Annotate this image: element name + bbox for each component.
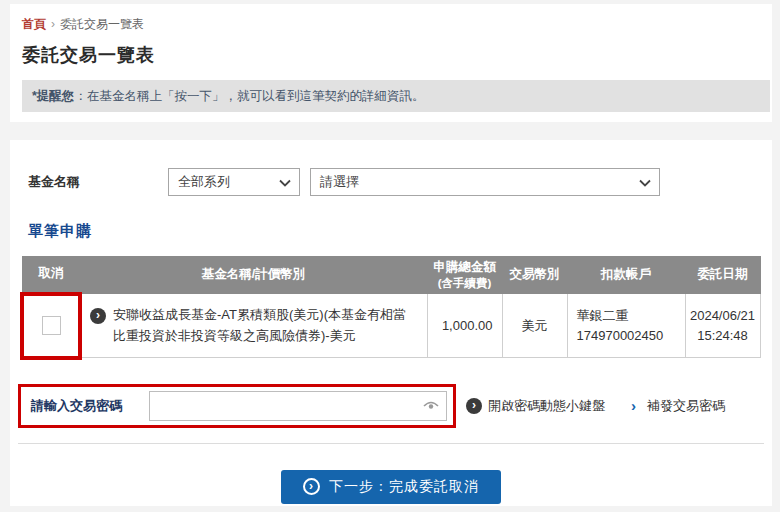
reissue-password-label: 補發交易密碼 [647, 397, 725, 415]
fund-select-value: 請選擇 [320, 173, 359, 191]
cancel-cell-highlighted [22, 294, 80, 358]
arrow-right-icon: › [90, 308, 106, 324]
table-header-row: 取消 基金名稱/計價幣別 申購總金額(含手續費) 交易幣別 扣款帳戶 委託日期 [22, 257, 760, 294]
header-amount: 申購總金額(含手續費) [427, 257, 502, 294]
content-panel: 基金名稱 全部系列 請選擇 單筆申購 取消 基金名稱/計價幣別 申購總金額(含手… [10, 140, 772, 506]
breadcrumb-home-link[interactable]: 首頁 [22, 17, 46, 31]
actions-row: › 下一步：完成委託取消 [10, 470, 772, 504]
order-time: 15:24:48 [686, 326, 760, 346]
breadcrumb-separator-icon: › [51, 17, 55, 31]
open-keypad-link[interactable]: › 開啟密碼動態小鍵盤 [466, 397, 605, 415]
eye-icon[interactable] [422, 398, 440, 412]
page-title: 委託交易一覽表 [22, 43, 762, 67]
chevron-right-icon: › [631, 397, 636, 414]
notice-prefix: *提醒您 [32, 89, 74, 103]
orders-table: 取消 基金名稱/計價幣別 申購總金額(含手續費) 交易幣別 扣款帳戶 委託日期 … [20, 256, 761, 360]
table-row: › 安聯收益成長基金-AT累積類股(美元)(本基金有相當比重投資於非投資等級之高… [22, 294, 760, 358]
password-row: 請輸入交易密碼 › 開啟密碼動態小鍵盤 › 補發交易密碼 [18, 384, 772, 428]
currency-cell: 美元 [502, 294, 567, 358]
page-header: 首頁›委託交易一覽表 委託交易一覽表 *提醒您：在基金名稱上「按一下」，就可以看… [10, 4, 772, 122]
reissue-password-link[interactable]: › 補發交易密碼 [631, 397, 725, 415]
fund-select[interactable]: 請選擇 [310, 168, 660, 196]
order-date-cell: 2024/06/21 15:24:48 [685, 294, 760, 358]
chevron-down-icon [639, 175, 651, 190]
divider [18, 443, 764, 444]
breadcrumb: 首頁›委託交易一覽表 [20, 12, 762, 33]
notice-text: ：在基金名稱上「按一下」，就可以看到這筆契約的詳細資訊。 [74, 89, 424, 103]
header-debit-account: 扣款帳戶 [567, 257, 685, 294]
header-fund-name: 基金名稱/計價幣別 [80, 257, 427, 294]
header-amount-sub: (含手續費) [432, 276, 498, 290]
open-keypad-label: 開啟密碼動態小鍵盤 [488, 397, 605, 415]
password-links: › 開啟密碼動態小鍵盤 › 補發交易密碼 [466, 397, 725, 415]
order-date: 2024/06/21 [686, 306, 760, 326]
fund-cell: › 安聯收益成長基金-AT累積類股(美元)(本基金有相當比重投資於非投資等級之高… [80, 294, 427, 358]
account-number: 174970002450 [577, 326, 685, 346]
chevron-down-icon [279, 175, 291, 190]
account-name: 華銀二重 [577, 306, 685, 326]
amount-cell: 1,000.00 [427, 294, 502, 358]
section-title-single-purchase: 單筆申購 [28, 222, 772, 241]
series-select[interactable]: 全部系列 [168, 168, 300, 196]
notice-bar: *提醒您：在基金名稱上「按一下」，就可以看到這筆契約的詳細資訊。 [22, 80, 770, 112]
password-label: 請輸入交易密碼 [31, 397, 149, 415]
arrow-right-icon: › [303, 478, 320, 495]
transaction-password-input[interactable] [149, 391, 447, 421]
debit-account-cell: 華銀二重 174970002450 [567, 294, 685, 358]
fund-name-label: 基金名稱 [28, 173, 168, 191]
header-currency: 交易幣別 [502, 257, 567, 294]
password-frame-highlighted: 請輸入交易密碼 [18, 384, 456, 428]
series-select-value: 全部系列 [178, 173, 230, 191]
breadcrumb-current: 委託交易一覽表 [60, 17, 144, 31]
fund-name-link[interactable]: 安聯收益成長基金-AT累積類股(美元)(本基金有相當比重投資於非投資等級之高風險… [113, 305, 419, 345]
next-step-button[interactable]: › 下一步：完成委託取消 [281, 470, 501, 504]
next-step-label: 下一步：完成委託取消 [329, 478, 479, 496]
fund-filter-row: 基金名稱 全部系列 請選擇 [28, 168, 772, 196]
cancel-checkbox[interactable] [42, 316, 61, 335]
header-cancel: 取消 [22, 257, 80, 294]
header-order-date: 委託日期 [685, 257, 760, 294]
arrow-right-icon: › [466, 398, 482, 414]
